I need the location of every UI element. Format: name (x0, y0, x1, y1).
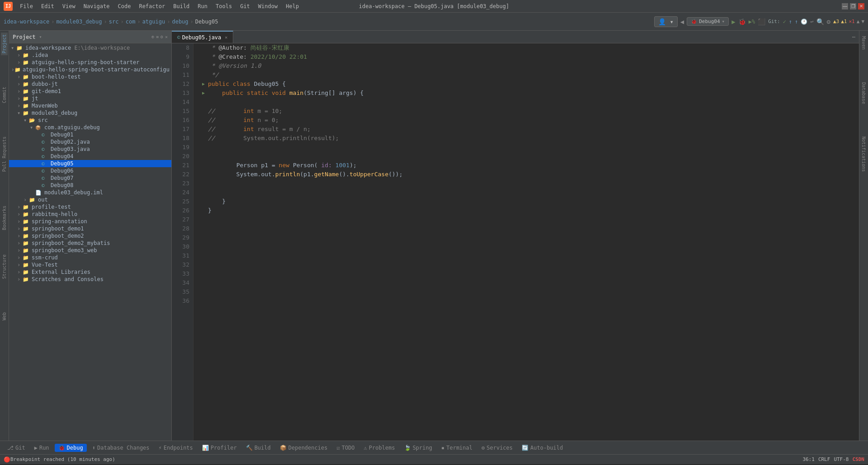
sidebar-icon-database[interactable]: Database (860, 80, 867, 106)
sidebar-icon-web[interactable]: Web (1, 310, 8, 322)
bottom-tab-profiler[interactable]: 📊Profiler (198, 444, 241, 452)
menu-build[interactable]: Build (170, 2, 193, 10)
breadcrumb-item-atguigu[interactable]: atguigu (142, 19, 165, 25)
bottom-tab-terminal[interactable]: ▪Terminal (438, 444, 476, 452)
tree-item-debug02-java[interactable]: ©Debug02.java (9, 138, 171, 146)
menu-view[interactable]: View (59, 2, 79, 10)
coverage-button[interactable]: ▶% (749, 19, 755, 25)
profile-button[interactable]: 👤 ▾ (654, 16, 678, 27)
tree-item-debug03-java[interactable]: ©Debug03.java (9, 146, 171, 153)
sidebar-icon-commit[interactable]: Commit (1, 85, 8, 105)
tree-item-debug04[interactable]: ©Debug04 (9, 153, 171, 160)
git-history[interactable]: 🕐 (801, 19, 807, 25)
bottom-tab-dependencies[interactable]: 📦Dependencies (276, 444, 331, 452)
sidebar-icon-maven[interactable]: Maven (860, 34, 867, 52)
tree-item-rabbitmq-hello[interactable]: ›📁rabbitmq-hello (9, 211, 171, 218)
bottom-tab-git[interactable]: ⎇Git (4, 444, 29, 452)
stop-button[interactable]: ⬛ (758, 18, 765, 25)
tree-item-debug08[interactable]: ©Debug08 (9, 182, 171, 189)
git-revert[interactable]: ↩ (810, 19, 813, 25)
tree-item-external-libraries[interactable]: ›📁External Libraries (9, 268, 171, 276)
tree-item-dubbo-jt[interactable]: ›📁dubbo-jt (9, 80, 171, 88)
git-update[interactable]: ↑ (789, 19, 792, 25)
breadcrumb-item-com[interactable]: com (126, 19, 136, 25)
breadcrumb-item-file[interactable]: Debug05 (195, 19, 218, 25)
debug-button[interactable]: 🐞 (738, 18, 746, 25)
menu-navigate[interactable]: Navigate (80, 2, 113, 10)
tab-close-button[interactable]: ✕ (225, 35, 227, 40)
menu-refactor[interactable]: Refactor (135, 2, 169, 10)
minimize-button[interactable]: — (842, 3, 848, 9)
tree-item-module03-debug-iml[interactable]: 📄module03_debug.iml (9, 189, 171, 196)
sidebar-icon-bookmarks[interactable]: Bookmarks (1, 204, 8, 232)
tree-item--idea[interactable]: ›📁.idea (9, 52, 171, 59)
bottom-tab-spring[interactable]: 🍃Spring (401, 444, 436, 452)
tree-item-module03-debug[interactable]: ▾📁module03_debug (9, 109, 171, 117)
arrow-down-btn[interactable]: ▼ (861, 19, 864, 24)
git-checkmark[interactable]: ✓ (783, 19, 786, 25)
git-push[interactable]: ↑ (795, 19, 798, 25)
tree-item-vue-test[interactable]: ›📁Vue-Test (9, 261, 171, 268)
breadcrumb-item-workspace[interactable]: idea-workspace (4, 19, 49, 25)
tree-item-debug05[interactable]: ©Debug05 (9, 160, 171, 167)
menu-edit[interactable]: Edit (38, 2, 58, 10)
sidebar-icon-notifications[interactable]: Notifications (860, 135, 867, 174)
gutter-13[interactable]: ▶ (199, 89, 208, 98)
bottom-tab-todo[interactable]: ☑TODO (333, 444, 358, 452)
tree-item-springboot-demo1[interactable]: ›📁springboot_demo1 (9, 225, 171, 232)
tree-item-src[interactable]: ▾📂src (9, 117, 171, 124)
bottom-tab-auto-build[interactable]: 🔄Auto-build (518, 444, 566, 452)
tree-item-scratches-and-consoles[interactable]: ›📁Scratches and Consoles (9, 276, 171, 283)
tree-item-git-demo1[interactable]: ›📁git-demo1 (9, 88, 171, 95)
tree-item-jt[interactable]: ›📁jt (9, 95, 171, 102)
tree-item-profile-test[interactable]: ›📁profile-test (9, 203, 171, 211)
tab-debug05[interactable]: © Debug05.java ✕ (172, 31, 233, 43)
code-content[interactable]: * @Author: 尚硅谷-宋红康 * @Create: 2022/10/20… (193, 43, 859, 441)
tree-item-atguigu-hello-spring-boot-starter-autoconfigu[interactable]: ›📁atguigu-hello-spring-boot-starter-auto… (9, 66, 171, 73)
menu-file[interactable]: File (16, 2, 37, 10)
tree-item-debug06[interactable]: ©Debug06 (9, 167, 171, 174)
menu-help[interactable]: Help (282, 2, 302, 10)
locate-file-button[interactable]: ⊕ (151, 34, 154, 39)
menu-window[interactable]: Window (255, 2, 281, 10)
menu-run[interactable]: Run (194, 2, 211, 10)
bottom-tab-debug[interactable]: 🐞Debug (55, 444, 87, 452)
tree-item-springboot-demo2[interactable]: ›📁springboot_demo2 (9, 232, 171, 240)
panel-close-button[interactable]: ✕ (165, 34, 168, 39)
debug-config-dropdown[interactable]: 🐞 Debug04 ▾ (687, 17, 729, 26)
tree-item-atguigu-hello-spring-boot-starter[interactable]: ›📁atguigu-hello-spring-boot-starter (9, 59, 171, 66)
tree-item-boot-hello-test[interactable]: ›📁boot-hello-test (9, 73, 171, 80)
sidebar-icon-project[interactable]: Project (1, 33, 8, 55)
warning-badges[interactable]: ▲3 ▲1 ✕1 ▲ ▼ (833, 19, 864, 24)
tree-item-debug07[interactable]: ©Debug07 (9, 174, 171, 182)
maximize-button[interactable]: ❐ (850, 3, 856, 9)
search-everywhere-button[interactable]: 🔍 (816, 18, 824, 25)
run-button[interactable]: ▶ (731, 18, 735, 25)
breadcrumb-item-module[interactable]: module03_debug (56, 19, 102, 25)
bottom-tab-problems[interactable]: ⚠Problems (360, 444, 399, 452)
bottom-tab-database-changes[interactable]: ⬆Database Changes (89, 444, 153, 452)
bottom-tab-run[interactable]: ▶Run (31, 444, 53, 452)
back-button[interactable]: ◀ (680, 18, 684, 25)
breadcrumb-item-debug[interactable]: debug (172, 19, 188, 25)
panel-settings-button[interactable]: ⚙ (160, 34, 163, 39)
bottom-tab-build[interactable]: 🔨Build (242, 444, 274, 452)
collapse-all-button[interactable]: ≡ (156, 34, 159, 39)
menu-code[interactable]: Code (114, 2, 135, 10)
gutter-12[interactable]: ▶ (199, 80, 208, 89)
tree-item-springboot-demo3-web[interactable]: ›📁springboot_demo3_web (9, 247, 171, 254)
sidebar-icon-structure[interactable]: Structure (1, 253, 8, 281)
tree-item-spring-annotation[interactable]: ›📁spring-annotation (9, 218, 171, 225)
sidebar-icon-pullrequests[interactable]: Pull Requests (1, 135, 8, 174)
close-button[interactable]: ✕ (858, 3, 864, 9)
tree-item-debug01[interactable]: ©Debug01 (9, 131, 171, 138)
menu-tools[interactable]: Tools (212, 2, 236, 10)
tree-item-com-atguigu-debug[interactable]: ▾📦com.atguigu.debug (9, 124, 171, 131)
breadcrumb-item-src[interactable]: src (109, 19, 119, 25)
menu-git[interactable]: Git (236, 2, 254, 10)
tree-item-idea-workspace[interactable]: ▾📁idea-workspace E:\idea-workspace (9, 44, 171, 52)
tree-item-ssm-crud[interactable]: ›📁ssm-crud (9, 254, 171, 261)
tree-item-mavenweb[interactable]: ›📁MavenWeb (9, 102, 171, 109)
arrow-up-btn[interactable]: ▲ (857, 19, 860, 24)
settings-button[interactable]: ⚙ (827, 18, 830, 25)
